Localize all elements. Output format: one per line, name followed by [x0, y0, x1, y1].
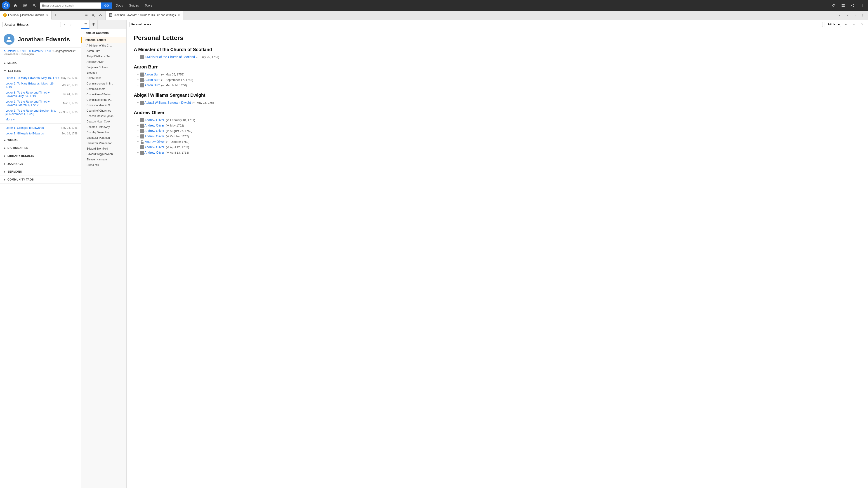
more-options-icon[interactable] [858, 1, 866, 9]
toc-item-edward-wigglesworth[interactable]: Edward Wigglesworth [81, 151, 126, 157]
nav-back-right[interactable] [836, 12, 843, 19]
doc-nav-up[interactable] [843, 21, 849, 28]
toc-item-andrew-oliver[interactable]: Andrew Oliver [81, 59, 126, 65]
tab-jonathan-edwards-guide[interactable]: 📖 Jonathan Edwards: A Guide to His Life … [105, 11, 183, 20]
section-header-community-tags[interactable]: ▶ COMMUNITY TAGS [0, 176, 81, 184]
panel-search-input[interactable] [2, 22, 61, 27]
nav-forward-right[interactable] [844, 12, 851, 19]
sync-icon[interactable] [830, 1, 838, 9]
toc-item-correspondent[interactable]: Correspondent in S... [81, 103, 126, 108]
doc-link-aaron-3[interactable]: Aaron Burr [145, 84, 160, 87]
home-button[interactable] [11, 1, 20, 9]
toc-item-deacon-noah[interactable]: Deacon Noah Cook [81, 119, 126, 124]
toc-item-minister[interactable]: A Minister of the Ch... [81, 43, 126, 48]
list-item[interactable]: Letter 2. To Mary Edwards, March 26, 171… [0, 80, 81, 90]
toc-item-committee-bolton[interactable]: Committee of Bolton [81, 92, 126, 97]
toc-item-eleazer[interactable]: Eleazer Hannam [81, 157, 126, 162]
nav-dropdown-right[interactable] [852, 12, 859, 19]
go-button[interactable]: GO [101, 2, 112, 8]
toc-item-dorothy[interactable]: Dorothy Danks Han... [81, 130, 126, 135]
docs-nav-item[interactable]: Docs [114, 2, 125, 8]
toc-item-caleb-clark[interactable]: Caleb Clark [81, 75, 126, 81]
list-item[interactable]: Letter 6. To the Reverend Timothy Edward… [0, 99, 81, 108]
panel-icon-search[interactable] [90, 12, 97, 19]
doc-link-andrew-4[interactable]: Andrew Oliver [145, 134, 164, 138]
doc-location-input[interactable] [129, 22, 823, 27]
toc-item-deacon-moses[interactable]: Deacon Moses Lyman [81, 113, 126, 119]
toc-item-aaron-burr[interactable]: Aaron Burr [81, 48, 126, 54]
doc-link-andrew-6[interactable]: Andrew Oliver [145, 145, 164, 149]
section-header-dictionaries[interactable]: ▶ DICTIONARIES [0, 144, 81, 152]
toc-item-ebenezer-parkman[interactable]: Ebenezer Parkman [81, 135, 126, 140]
section-header-media[interactable]: ▶ MEDIA [0, 59, 81, 67]
tools-nav-item[interactable]: Tools [143, 2, 154, 8]
tab-add-left[interactable]: + [52, 13, 59, 18]
app-logo[interactable] [2, 1, 10, 9]
share-icon[interactable] [848, 1, 857, 9]
toc-item-brethren[interactable]: Brethren [81, 70, 126, 75]
toc-item-elisha-mix[interactable]: Elisha Mix [81, 162, 126, 168]
doc-link-andrew-7[interactable]: Andrew Oliver [145, 151, 164, 154]
panel-icon-graph[interactable] [97, 12, 104, 19]
toc-item-commissioners-b[interactable]: Commissioners in B... [81, 81, 126, 86]
toc-item-deborah[interactable]: Deborah Hatheway [81, 124, 126, 130]
letter-sub-date-1: Nov 24, 1746 [61, 126, 78, 129]
section-header-journals[interactable]: ▶ JOURNALS [0, 160, 81, 168]
doc-link-andrew-1[interactable]: Andrew Oliver [145, 118, 164, 122]
list-item[interactable]: Letter 1. Gillespie to Edwards Nov 24, 1… [0, 125, 81, 131]
toc-item-commissioners[interactable]: Commissioners [81, 86, 126, 92]
toc-item-personal-letters[interactable]: Personal Letters [81, 37, 126, 43]
more-options-right[interactable] [860, 12, 866, 19]
panel-nav-back[interactable] [62, 22, 68, 27]
list-item[interactable]: Letter 1. To Mary Edwards, May 10, 1716 … [0, 75, 81, 80]
toc-item-council-churches[interactable]: Council of Churches [81, 108, 126, 113]
search-icon-nav[interactable] [30, 1, 38, 9]
panel-icon-list[interactable] [83, 12, 90, 19]
doc-close-btn[interactable] [859, 21, 865, 28]
doc-bullet-aaron-3: • Aaron Burr (↵ March 14, 1756) [134, 83, 861, 88]
more-link[interactable]: More » [0, 117, 18, 122]
doc-meta-andrew-1: (↵ February 18, 1751) [165, 119, 195, 122]
tab-add-right[interactable]: + [183, 13, 191, 18]
doc-link-abigail-1[interactable]: Abigail Williams Sergeant Dwight [145, 101, 191, 104]
toc-item-edward-bromfield[interactable]: Edward Bromfield [81, 146, 126, 151]
doc-nav-down[interactable] [851, 21, 857, 28]
panel-nav-forward[interactable] [68, 22, 73, 27]
section-header-sermons[interactable]: ▶ SERMONS [0, 168, 81, 176]
doc-link-andrew-2[interactable]: Andrew Oliver [145, 124, 164, 127]
toc-item-ebenezer-pemberton[interactable]: Ebenezer Pemberton [81, 140, 126, 146]
search-input[interactable] [40, 2, 101, 8]
doc-meta-andrew-3: (↵ August 27, 1752) [165, 129, 192, 133]
section-header-library-results[interactable]: ▶ LIBRARY RESULTS [0, 152, 81, 160]
doc-link-aaron-2[interactable]: Aaron Burr [145, 78, 160, 82]
toc-item-benjamin-colman[interactable]: Benjamin Colman [81, 65, 126, 70]
person-name: Jonathan Edwards [18, 36, 70, 43]
section-title-media: MEDIA [7, 61, 17, 65]
toc-tab-layers[interactable] [90, 20, 98, 29]
book-icon [141, 78, 144, 82]
bullet-dot: • [137, 151, 138, 154]
panel-menu-button[interactable]: ⋮ [75, 22, 79, 27]
list-item[interactable]: Letter 3. Gillespie to Edwards Sep 19, 1… [0, 131, 81, 136]
toc-tab-bar [81, 20, 126, 29]
doc-link-minister-1[interactable]: A Minister of the Church of Scotland [145, 55, 195, 59]
doc-link-aaron-1[interactable]: Aaron Burr [145, 72, 160, 76]
library-button[interactable] [21, 1, 29, 9]
toc-item-committee-p[interactable]: Committee of the P... [81, 97, 126, 103]
doc-link-andrew-3[interactable]: Andrew Oliver [145, 129, 164, 133]
tab-factbook-jonathan-edwards[interactable]: F Factbook | Jonathan Edwards × [0, 11, 52, 20]
doc-view-select[interactable]: Article Page [825, 22, 841, 27]
layout-icon[interactable] [839, 1, 847, 9]
list-item[interactable]: Letter 5. To the Reverend Stephen Mix, [… [0, 108, 81, 117]
person-dates[interactable]: b. October 5, 1703 – d. March 22, 1758 [4, 50, 51, 53]
toc-item-abigail[interactable]: Abigail Williams Ser... [81, 54, 126, 59]
section-header-letters[interactable]: ▼ LETTERS [0, 67, 81, 75]
tab-close-guide[interactable]: × [178, 13, 180, 17]
tab-close-factbook[interactable]: × [46, 13, 48, 17]
toc-header: Table of Contents [81, 29, 126, 37]
section-header-works[interactable]: ▶ WORKS [0, 136, 81, 144]
toc-tab-list[interactable] [81, 20, 90, 29]
doc-link-andrew-5[interactable]: Andrew Oliver [145, 140, 165, 143]
guides-nav-item[interactable]: Guides [127, 2, 141, 8]
list-item[interactable]: Letter 3. To the Reverend Timothy Edward… [0, 90, 81, 99]
